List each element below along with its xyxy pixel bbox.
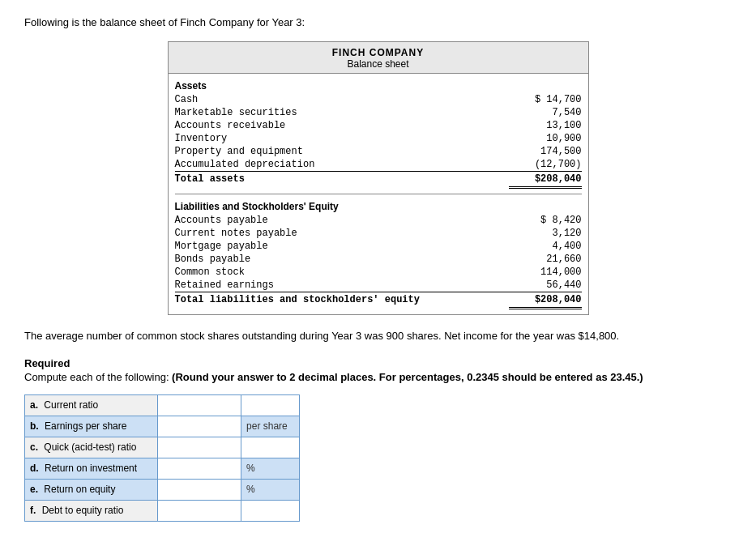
row-amount: 56,440 — [509, 279, 582, 291]
letter-a: a. — [30, 399, 38, 411]
avg-text: The average number of common stock share… — [24, 328, 732, 344]
answer-row-e: e. Return on equity % — [25, 479, 300, 500]
answer-row-f: f. Debt to equity ratio — [25, 500, 300, 521]
row-amount: $ 14,700 — [509, 94, 582, 105]
row-label: Common stock — [175, 266, 245, 278]
table-row: Common stock 114,000 — [175, 266, 582, 279]
total-assets-amount: $208,040 — [509, 173, 582, 189]
table-row: Marketable securities 7,540 — [175, 106, 582, 119]
total-assets-row: Total assets $208,040 — [175, 171, 582, 190]
row-label-c: c. Quick (acid-test) ratio — [25, 437, 158, 458]
answer-row-a: a. Current ratio — [25, 394, 300, 416]
compute-text-bold: (Round your answer to 2 decimal places. … — [172, 371, 643, 383]
required-section: Required Compute each of the following: … — [24, 357, 732, 383]
balance-sheet: FINCH COMPANY Balance sheet Assets Cash … — [168, 41, 589, 315]
table-row: Bonds payable 21,660 — [175, 253, 582, 266]
row-label: Accumulated depreciation — [175, 159, 315, 170]
row-amount: 4,400 — [509, 241, 582, 252]
unit-cell-c — [241, 437, 300, 458]
row-amount: 7,540 — [509, 107, 582, 118]
letter-d: d. — [30, 463, 39, 474]
answer-table: a. Current ratio b. Earnings per share p… — [24, 394, 300, 522]
row-amount: 10,900 — [509, 133, 582, 144]
sheet-title: Balance sheet — [172, 58, 585, 70]
compute-text: Compute each of the following: (Round yo… — [24, 371, 732, 383]
label-c: Quick (acid-test) ratio — [44, 441, 136, 453]
row-label: Current notes payable — [175, 228, 297, 239]
input-cell-a[interactable] — [158, 394, 241, 416]
total-liabilities-label: Total liabilities and stockholders' equi… — [175, 294, 420, 309]
table-row: Property and equipment 174,500 — [175, 145, 582, 158]
row-label-e: e. Return on equity — [25, 479, 158, 500]
input-earnings-per-share[interactable] — [158, 416, 241, 437]
letter-c: c. — [30, 441, 38, 453]
divider — [175, 194, 582, 194]
total-liabilities-amount: $208,040 — [509, 294, 582, 309]
input-cell-f[interactable] — [158, 500, 241, 521]
row-amount: 114,000 — [509, 266, 582, 278]
intro-text: Following is the balance sheet of Finch … — [24, 16, 732, 28]
table-row: Cash $ 14,700 — [175, 93, 582, 106]
label-b: Earnings per share — [45, 420, 126, 432]
row-label: Cash — [175, 94, 199, 105]
row-label: Marketable securities — [175, 107, 297, 118]
row-label: Accounts receivable — [175, 120, 286, 131]
label-e: Return on equity — [44, 484, 115, 495]
table-row: Mortgage payable 4,400 — [175, 240, 582, 253]
unit-cell-b: per share — [241, 416, 300, 437]
table-row: Accounts payable $ 8,420 — [175, 214, 582, 227]
input-cell-d[interactable] — [158, 458, 241, 479]
label-a: Current ratio — [44, 399, 98, 411]
company-name: FINCH COMPANY — [172, 47, 585, 58]
bs-body: Assets Cash $ 14,700 Marketable securiti… — [169, 74, 588, 314]
row-label-d: d. Return on investment — [25, 458, 158, 479]
total-assets-label: Total assets — [175, 173, 245, 189]
answer-row-b: b. Earnings per share per share — [25, 416, 300, 437]
letter-b: b. — [30, 420, 39, 432]
row-label: Bonds payable — [175, 254, 251, 265]
unit-cell-d: % — [241, 458, 300, 479]
table-row: Accumulated depreciation (12,700) — [175, 158, 582, 171]
row-amount: $ 8,420 — [509, 215, 582, 226]
row-amount: 174,500 — [509, 146, 582, 157]
table-row: Accounts receivable 13,100 — [175, 119, 582, 132]
row-amount: 13,100 — [509, 120, 582, 131]
row-label-f: f. Debt to equity ratio — [25, 500, 158, 521]
label-d: Return on investment — [45, 463, 137, 474]
letter-f: f. — [30, 505, 36, 516]
row-label: Property and equipment — [175, 146, 303, 157]
compute-text-normal: Compute each of the following: — [24, 371, 172, 383]
input-current-ratio[interactable] — [158, 395, 241, 416]
answer-row-d: d. Return on investment % — [25, 458, 300, 479]
answer-row-c: c. Quick (acid-test) ratio — [25, 437, 300, 458]
liabilities-header: Liabilities and Stockholders' Equity — [175, 198, 582, 214]
bs-header: FINCH COMPANY Balance sheet — [169, 42, 588, 74]
assets-header: Assets — [175, 77, 582, 93]
row-label: Retained earnings — [175, 279, 274, 291]
row-amount: 3,120 — [509, 228, 582, 239]
table-row: Inventory 10,900 — [175, 132, 582, 145]
input-quick-ratio[interactable] — [158, 437, 241, 458]
letter-e: e. — [30, 484, 38, 495]
table-row: Current notes payable 3,120 — [175, 227, 582, 240]
unit-cell-e: % — [241, 479, 300, 500]
row-label-a: a. Current ratio — [25, 394, 158, 416]
label-f: Debt to equity ratio — [42, 505, 124, 516]
row-amount: (12,700) — [509, 159, 582, 170]
table-row: Retained earnings 56,440 — [175, 279, 582, 292]
input-cell-e[interactable] — [158, 479, 241, 500]
row-label-b: b. Earnings per share — [25, 416, 158, 437]
row-amount: 21,660 — [509, 254, 582, 265]
row-label: Inventory — [175, 133, 228, 144]
input-return-on-equity[interactable] — [158, 480, 241, 500]
row-label: Accounts payable — [175, 215, 268, 226]
required-label: Required — [24, 357, 732, 369]
row-label: Mortgage payable — [175, 241, 268, 252]
unit-cell-f — [241, 500, 300, 521]
input-return-on-investment[interactable] — [158, 458, 241, 479]
unit-cell-a — [241, 394, 300, 416]
input-cell-b[interactable] — [158, 416, 241, 437]
input-debt-to-equity[interactable] — [158, 501, 241, 521]
total-liabilities-row: Total liabilities and stockholders' equi… — [175, 292, 582, 311]
input-cell-c[interactable] — [158, 437, 241, 458]
